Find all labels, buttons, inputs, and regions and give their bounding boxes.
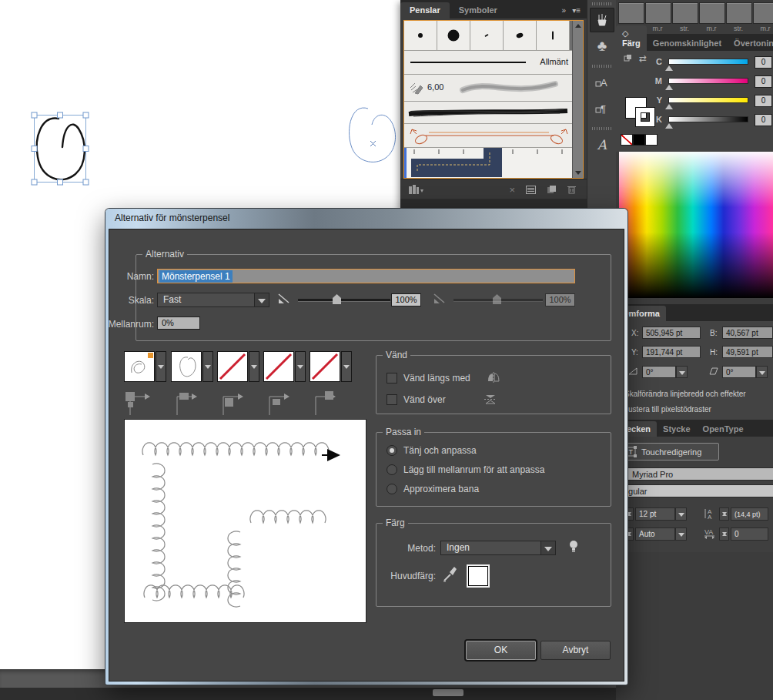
none-swatch[interactable]	[621, 134, 633, 146]
brush-item-basic[interactable]: Allmänt	[404, 51, 574, 75]
tile-inner-corner[interactable]	[217, 351, 259, 383]
name-input[interactable]: Mönsterpensel 1	[157, 269, 575, 283]
dock-grip[interactable]	[592, 127, 612, 130]
collapse-panel-icon[interactable]: »	[562, 6, 567, 15]
yellow-slider-thumb[interactable]	[665, 104, 673, 109]
yellow-slider[interactable]	[668, 97, 748, 103]
flip-along-checkbox[interactable]	[386, 373, 397, 383]
tab-genomskinlighet[interactable]: Genomskinlighet	[647, 35, 728, 51]
tile-dropdown-icon[interactable]	[249, 351, 259, 382]
brush-item-bristle[interactable]: 6,00	[404, 75, 574, 102]
kerning-dropdown-icon[interactable]	[675, 528, 687, 541]
dock-grip[interactable]	[592, 2, 612, 5]
leading-stepper[interactable]	[719, 507, 729, 521]
font-size-dropdown-icon[interactable]	[675, 507, 687, 521]
cyan-slider[interactable]	[668, 59, 748, 65]
w-field[interactable]: 40,567 pt	[722, 327, 773, 339]
cancel-button[interactable]: Avbryt	[540, 641, 611, 660]
dock-grip[interactable]	[592, 65, 612, 68]
fit-option-add-space[interactable]: Lägg till mellanrum för att anpassa	[386, 464, 544, 475]
dock-glyphs-icon[interactable]: A	[590, 132, 614, 157]
magenta-slider-thumb[interactable]	[665, 85, 673, 90]
brush-item[interactable]	[470, 21, 504, 50]
delete-brush-icon[interactable]	[567, 185, 576, 194]
dropdown-arrow-icon[interactable]	[254, 293, 269, 306]
scale-slider-track[interactable]	[298, 299, 390, 302]
style-thumbnail[interactable]	[672, 2, 698, 24]
fit-option-stretch[interactable]: Tänj och anpassa	[386, 445, 477, 456]
brush-list-scrollbar[interactable]	[572, 21, 583, 178]
tile-outer-corner[interactable]	[124, 351, 166, 383]
align-pixel-grid-checkbox-row[interactable]: Justera till pixelstödraster	[616, 404, 711, 414]
brush-item[interactable]	[537, 21, 570, 50]
dock-paragraph-styles-icon[interactable]: ¶	[590, 96, 614, 121]
tile-dropdown-icon[interactable]	[341, 351, 352, 382]
bottom-scrollbar-thumb[interactable]	[433, 689, 463, 696]
scale-percent-field[interactable]: 100%	[391, 293, 421, 306]
ok-button[interactable]: OK	[466, 641, 536, 660]
style-thumbnail[interactable]	[753, 2, 773, 24]
tab-stycke[interactable]: Stycke	[657, 421, 696, 437]
method-dropdown[interactable]: Ingen	[440, 541, 556, 555]
tracking-stepper[interactable]	[719, 528, 729, 541]
remove-brush-stroke-icon[interactable]: ×	[509, 184, 515, 196]
tracking-field[interactable]: 0	[731, 528, 768, 541]
brush-item[interactable]	[504, 21, 537, 50]
touch-type-button[interactable]: T Touchredigering	[621, 443, 719, 461]
shear-dropdown-icon[interactable]	[756, 366, 768, 378]
white-swatch[interactable]	[645, 134, 658, 146]
cyan-slider-thumb[interactable]	[665, 65, 673, 71]
h-field[interactable]: 49,591 pt	[722, 346, 773, 358]
selection-handles[interactable]	[32, 112, 89, 185]
brush-item-charcoal[interactable]	[404, 102, 574, 124]
color-spectrum[interactable]	[619, 152, 773, 298]
font-family-field[interactable]: Myriad Pro	[616, 467, 773, 481]
scroll-up-icon[interactable]	[575, 24, 581, 28]
brush-item[interactable]	[404, 21, 437, 50]
scale-percent2-field[interactable]: 100%	[545, 293, 575, 306]
radio[interactable]	[386, 464, 397, 475]
yellow-value[interactable]: 0	[755, 95, 772, 107]
radio[interactable]	[386, 484, 397, 494]
scale-strokes-checkbox-row[interactable]: Skalförändra linjebredd och effekter	[616, 389, 746, 398]
y-field[interactable]: 191,744 pt	[642, 346, 701, 358]
rotate-field[interactable]: 0°	[642, 366, 676, 378]
flip-along-row[interactable]: Vänd längs med	[386, 371, 501, 384]
black-value[interactable]: 0	[755, 114, 772, 126]
brush-libraries-icon[interactable]	[408, 185, 423, 195]
kerning-field[interactable]: Auto	[635, 528, 675, 541]
cyan-value[interactable]: 0	[755, 56, 772, 69]
radio-selected[interactable]	[386, 445, 397, 456]
tab-symboler[interactable]: Symboler	[450, 2, 507, 18]
font-size-field[interactable]: 12 pt	[635, 507, 675, 521]
brush-item-pattern-selected[interactable]	[404, 148, 574, 179]
tile-end[interactable]	[310, 351, 352, 383]
magenta-value[interactable]: 0	[755, 75, 772, 88]
shear-field[interactable]: 0°	[722, 366, 756, 378]
x-field[interactable]: 505,945 pt	[642, 327, 701, 339]
dock-character-styles-icon[interactable]: A	[590, 70, 614, 95]
dock-brushes-icon[interactable]	[590, 8, 614, 32]
brush-item[interactable]	[437, 21, 470, 50]
artboard-canvas[interactable]	[0, 0, 416, 200]
tile-dropdown-icon[interactable]	[156, 351, 166, 382]
style-thumbnail[interactable]	[699, 2, 725, 24]
flip-across-row[interactable]: Vänd över	[386, 393, 498, 406]
selected-path[interactable]	[37, 119, 85, 180]
swap-fill-stroke-icon[interactable]: ⇄	[639, 53, 647, 64]
magenta-slider[interactable]	[668, 78, 748, 84]
black-slider-thumb[interactable]	[665, 123, 673, 129]
tile-dropdown-icon[interactable]	[202, 351, 213, 382]
black-slider[interactable]	[668, 116, 748, 122]
brush-item-arrow[interactable]	[404, 124, 574, 148]
tile-dropdown-icon[interactable]	[295, 351, 306, 382]
eyedropper-icon[interactable]	[442, 566, 459, 583]
key-color-swatch[interactable]	[468, 566, 488, 586]
black-swatch[interactable]	[633, 134, 645, 146]
tab-penslar[interactable]: Penslar	[400, 2, 450, 18]
scroll-down-icon[interactable]	[575, 171, 581, 175]
dropdown-arrow-icon[interactable]	[540, 541, 555, 554]
flip-across-checkbox[interactable]	[386, 394, 397, 405]
panel-menu-icon[interactable]: ▾≡	[572, 6, 581, 15]
tab-opentype[interactable]: OpenType	[697, 421, 750, 437]
